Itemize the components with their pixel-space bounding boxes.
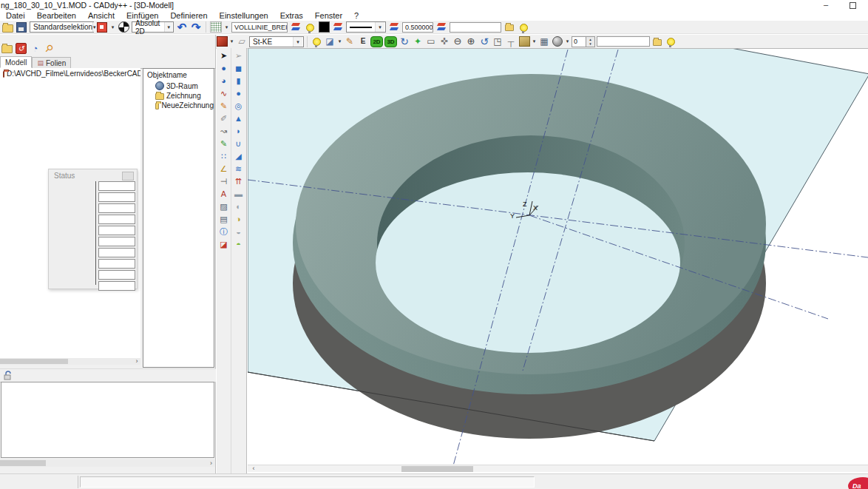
bend-tool-icon[interactable]: ∠ [217, 163, 230, 175]
scrollbar-thumb[interactable] [401, 466, 473, 472]
select-tool-icon[interactable]: ➤ [217, 50, 230, 62]
light-icon[interactable] [313, 38, 321, 46]
menu-item-bearbeiten[interactable]: Bearbeiten [31, 11, 82, 20]
snap-angle-spinner[interactable]: 0 ▴ ▾ [572, 36, 595, 47]
maximize-button[interactable] [844, 1, 861, 10]
sketch-tool-icon[interactable]: ✐ [217, 112, 230, 125]
cone-solid-icon[interactable]: ▲ [232, 112, 245, 125]
render-mode-icon[interactable] [519, 36, 530, 47]
ring-hole[interactable] [376, 172, 680, 353]
wedge-solid-icon[interactable]: ◢ [232, 150, 245, 163]
line-width-input[interactable]: 0.500000 [402, 22, 433, 33]
plane-icon[interactable]: ▱ [236, 36, 248, 47]
coordinate-system-combo[interactable]: St-KE ▾ [249, 36, 304, 47]
zoom-in-icon[interactable]: ⊕ [465, 36, 477, 47]
color-swatch-icon[interactable] [319, 21, 330, 33]
history-icon[interactable]: ◔ [30, 43, 41, 54]
orbit-icon[interactable]: ↺ [478, 36, 490, 47]
zoom-rect-icon[interactable]: ▭ [425, 36, 437, 47]
plane-select-icon[interactable]: ◪ [324, 36, 336, 47]
new-folder-icon[interactable] [1, 45, 13, 53]
delete-icon[interactable]: ↺ [16, 43, 27, 54]
tab-modell[interactable]: Modell [0, 56, 32, 68]
viewport-canvas[interactable]: Y Z X [248, 49, 868, 465]
hatch-area-icon[interactable]: ▤ [217, 213, 230, 226]
scrollbar-thumb[interactable] [0, 460, 46, 466]
grid-snap-icon[interactable] [210, 21, 222, 33]
measure-icon[interactable]: ┬ [505, 36, 517, 47]
status-field[interactable] [98, 281, 135, 291]
text-tool-icon[interactable]: A [217, 188, 230, 200]
eraser-tool-icon[interactable]: ◪ [217, 238, 230, 251]
info-tool-icon[interactable]: ⓘ [217, 226, 230, 238]
tree-item-zeichnung[interactable]: Zeichnung [143, 91, 214, 101]
status-field[interactable] [98, 270, 135, 280]
view-2d-badge[interactable]: 2D [370, 36, 383, 47]
render-dropdown-icon[interactable]: ▾ [532, 38, 537, 44]
scroll-right-icon[interactable]: › [207, 459, 215, 467]
key-icon[interactable]: ⚲ [41, 40, 57, 55]
workplane-red-icon[interactable] [217, 36, 228, 47]
cylinder-solid-icon[interactable]: ▮ [232, 75, 245, 87]
status-field[interactable] [98, 237, 135, 246]
unlock-icon[interactable] [3, 371, 13, 381]
pencil-tool-icon[interactable]: ✎ [217, 100, 230, 112]
shading-sphere-icon[interactable] [552, 36, 563, 47]
redo-icon[interactable]: ↷ [190, 21, 202, 33]
polyline-tool-icon[interactable]: ∿ [217, 87, 230, 100]
plane-select-dropdown-icon[interactable]: ▾ [337, 38, 342, 44]
zoom-window-icon[interactable]: ◳ [492, 36, 503, 47]
status-panel[interactable]: Status [48, 169, 138, 289]
boolean-cut-icon[interactable]: ◓ [232, 238, 245, 251]
zoom-out-icon[interactable]: ⊖ [452, 36, 464, 47]
menu-item-hilfe[interactable]: ? [348, 11, 365, 20]
status-field[interactable] [98, 203, 135, 213]
chevron-down-icon[interactable]: ▾ [92, 22, 96, 32]
layer-visibility-icon[interactable] [306, 24, 314, 32]
measure-tool-icon[interactable]: ⊣ [217, 175, 230, 188]
pen-tool-icon[interactable]: ✎ [217, 138, 230, 150]
layers-icon[interactable] [291, 23, 301, 32]
viewport-horizontal-scrollbar[interactable]: ‹ [248, 465, 868, 472]
status-field[interactable] [98, 181, 135, 191]
menu-item-einstellungen[interactable]: Einstellungen [214, 11, 274, 20]
rotate-view-icon[interactable]: ↻ [399, 36, 410, 47]
snap-point-icon[interactable]: ∷ [217, 150, 230, 163]
orientation-sphere-icon[interactable] [118, 21, 129, 33]
sphere-view-icon[interactable]: ● [217, 62, 230, 75]
line-style-combo[interactable]: ▾ [346, 21, 386, 33]
folder-edit-icon[interactable] [653, 39, 662, 46]
sphere-solid-icon[interactable]: ● [232, 87, 245, 100]
selection-box-icon[interactable] [97, 22, 107, 33]
lamp-icon[interactable] [520, 24, 528, 32]
orbit-view-icon[interactable]: ◕ [217, 75, 230, 87]
extrude-tool-icon[interactable]: ⇈ [232, 175, 245, 188]
menu-item-fenster[interactable]: Fenster [309, 11, 348, 20]
shell-solid-icon[interactable]: ◗ [232, 125, 245, 138]
tree-horizontal-scrollbar[interactable]: › [0, 358, 140, 365]
chevron-down-icon[interactable]: ▾ [164, 22, 172, 32]
folder-edit-icon[interactable] [505, 24, 514, 31]
tree-item-3d-raum[interactable]: 3D-Raum [143, 81, 214, 91]
tree-item-model-file[interactable]: D:\AVCHD_Filme\Lernvideos\BeckerCAD 3D P… [0, 68, 140, 78]
minimize-button[interactable]: – [818, 1, 834, 10]
scroll-right-icon[interactable]: › [133, 358, 140, 365]
status-field[interactable] [98, 192, 135, 202]
model-viewport[interactable]: Y Z X [248, 48, 868, 465]
chevron-down-icon[interactable]: ▾ [375, 22, 384, 32]
status-field[interactable] [98, 248, 135, 257]
snap-name-input[interactable] [597, 36, 650, 47]
boolean-union-icon[interactable]: ◐ [232, 200, 245, 213]
status-field[interactable] [98, 215, 135, 224]
layers-color-icon[interactable] [333, 23, 343, 32]
save-icon[interactable] [16, 22, 27, 33]
curve-tool-icon[interactable]: ↝ [217, 125, 230, 138]
chevron-down-icon[interactable]: ▾ [293, 37, 302, 47]
slab-tool-icon[interactable]: ▬ [232, 188, 245, 200]
undo-icon[interactable]: ↶ [176, 21, 188, 33]
pipe-solid-icon[interactable]: ∪ [232, 138, 245, 150]
pan-hand-icon[interactable]: ✜ [438, 36, 450, 47]
menu-item-ansicht[interactable]: Ansicht [82, 11, 121, 20]
panel-horizontal-scrollbar[interactable]: › [0, 459, 215, 467]
line-type-input[interactable]: VOLLLINIE_BREIT [231, 22, 288, 33]
